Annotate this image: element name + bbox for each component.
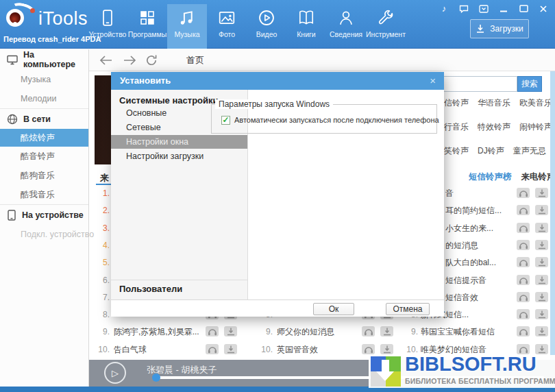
nav-tab-video[interactable]: Видео	[247, 4, 286, 49]
listen-button[interactable]	[517, 257, 530, 267]
song-title[interactable]: 陈鸿宇,苏紫旭,刘昊霖...	[114, 326, 199, 337]
download-button[interactable]	[535, 188, 548, 198]
song-title[interactable]: 韩国宝宝喊你看短信	[421, 326, 495, 337]
song-title[interactable]: 音	[445, 188, 454, 199]
ranking-tabs: 短信铃声榜来电铃声榜	[469, 171, 555, 183]
song-title[interactable]: 英国管音效	[277, 344, 318, 355]
maximize-icon[interactable]	[519, 4, 528, 13]
video-icon	[258, 9, 275, 27]
listen-button[interactable]	[517, 309, 530, 319]
sidebar-item[interactable]: Мелодии	[0, 89, 88, 108]
download-button[interactable]	[535, 292, 548, 302]
listen-button[interactable]	[206, 344, 219, 354]
download-button[interactable]	[535, 205, 548, 215]
listen-button[interactable]	[517, 326, 530, 336]
download-button[interactable]	[224, 326, 237, 336]
downloads-button[interactable]: Загрузки	[470, 19, 529, 38]
refresh-button[interactable]	[145, 54, 160, 66]
play-button[interactable]: ▷	[104, 362, 126, 384]
song-title[interactable]: 小女生的来...	[445, 223, 493, 234]
minimize-icon[interactable]	[499, 4, 508, 13]
settings-menu-footer[interactable]: Пользователи	[119, 284, 182, 294]
tag-link[interactable]: 信铃声	[444, 97, 469, 109]
skin-icon[interactable]	[479, 4, 489, 13]
song-title[interactable]: 队大白的bal...	[445, 257, 496, 268]
listen-button[interactable]	[362, 344, 375, 354]
left-list-tab-partial[interactable]: 来	[100, 172, 109, 184]
song-title[interactable]: 的短消息	[445, 240, 478, 251]
download-button[interactable]	[380, 344, 393, 354]
watermark: BIBLSOFT.RU БИБЛИОТЕКА БЕСПЛАТНЫХ ПРОГРА…	[369, 355, 555, 388]
settings-menu-item[interactable]: Настройки окна	[111, 135, 247, 149]
listen-button[interactable]	[517, 188, 530, 198]
download-button[interactable]	[535, 223, 548, 233]
tab-home[interactable]: 首页	[186, 54, 204, 66]
download-button[interactable]	[535, 240, 548, 250]
tag-link[interactable]: 特效铃声	[478, 121, 510, 133]
dialog-close-icon[interactable]: ×	[430, 72, 436, 90]
tag-link[interactable]: 行音乐	[444, 121, 469, 133]
listen-button[interactable]	[517, 275, 530, 285]
tag-link[interactable]: DJ铃声	[478, 145, 504, 157]
music-note-icon[interactable]: ♪	[439, 4, 449, 13]
ranking-tab[interactable]: 短信铃声榜	[469, 171, 512, 183]
cancel-button[interactable]: Отмена	[386, 303, 430, 315]
song-title[interactable]: 师父你的短消息	[277, 326, 334, 337]
tag-link[interactable]: 闹钟铃声	[519, 121, 552, 133]
nav-tab-music[interactable]: Музыка	[167, 4, 207, 49]
sidebar-item[interactable]: Музыка	[0, 70, 88, 89]
song-title[interactable]: 告白气球	[114, 344, 147, 355]
globe-icon	[7, 114, 18, 125]
settings-menu-item[interactable]: Настройки загрузки	[111, 149, 247, 163]
download-button[interactable]	[224, 344, 237, 354]
nav-tab-about[interactable]: Сведения	[326, 4, 366, 49]
vertical-scrollbar[interactable]	[550, 71, 555, 360]
nav-tab-device[interactable]: Устройство	[88, 4, 127, 49]
back-button[interactable]	[99, 54, 114, 66]
close-icon[interactable]	[539, 4, 548, 13]
left-list-tab-underline	[96, 184, 112, 185]
autostart-checkbox[interactable]: ✓	[221, 116, 230, 125]
tag-link[interactable]: 童声无忌	[513, 145, 546, 157]
song-title[interactable]: 耳的简约短信...	[445, 205, 502, 216]
autostart-checkbox-label: Автоматически запускаться после подключе…	[234, 116, 439, 125]
nav-tab-tools[interactable]: Инструмент	[366, 4, 406, 49]
download-button[interactable]	[380, 326, 393, 336]
sidebar-section-device[interactable]: На устройстве	[0, 204, 88, 225]
listen-button[interactable]	[517, 292, 530, 302]
watermark-subtitle: БИБЛИОТЕКА БЕСПЛАТНЫХ ПРОГРАММ	[405, 377, 555, 385]
sidebar-item[interactable]: 酷狗音乐	[0, 166, 88, 185]
sidebar-section-online[interactable]: В сети	[0, 108, 88, 129]
download-button[interactable]	[535, 275, 548, 285]
listen-button[interactable]	[517, 240, 530, 250]
song-title[interactable]: 短信音效	[445, 292, 478, 303]
listen-button[interactable]	[517, 223, 530, 233]
download-button[interactable]	[535, 344, 548, 354]
sidebar-item[interactable]: 酷炫铃声	[0, 129, 88, 147]
song-title[interactable]: 短信提示音	[445, 275, 486, 286]
sidebar-item: Подкл. устройство	[0, 225, 88, 244]
forward-button[interactable]	[122, 54, 137, 66]
chat-icon[interactable]	[459, 4, 469, 13]
sidebar-section-computer[interactable]: На компьютере	[0, 49, 88, 70]
sidebar-item[interactable]: 酷我音乐	[0, 185, 88, 204]
download-button[interactable]	[535, 326, 548, 336]
listen-button[interactable]	[362, 326, 375, 336]
nav-tab-label: Программы	[128, 30, 167, 38]
ok-button[interactable]: Ок	[313, 303, 354, 315]
download-button[interactable]	[535, 309, 548, 319]
nav-tab-label: Музыка	[174, 30, 199, 38]
progress-handle[interactable]	[152, 373, 160, 382]
sidebar-item[interactable]: 酷音铃声	[0, 147, 88, 166]
app-title: iTools	[38, 3, 88, 34]
nav-tab-apps[interactable]: Программы	[127, 4, 167, 49]
nav-tab-photo[interactable]: Фото	[207, 4, 247, 49]
listen-button[interactable]	[206, 326, 219, 336]
listen-button[interactable]	[517, 205, 530, 215]
tag-link[interactable]: 欧美音乐	[519, 97, 552, 109]
download-button[interactable]	[535, 257, 548, 267]
tag-link[interactable]: 笑铃声	[444, 145, 469, 157]
nav-tab-books[interactable]: Книги	[286, 4, 326, 49]
tag-link[interactable]: 华语音乐	[478, 97, 510, 109]
search-button[interactable]: 搜索	[517, 76, 542, 92]
